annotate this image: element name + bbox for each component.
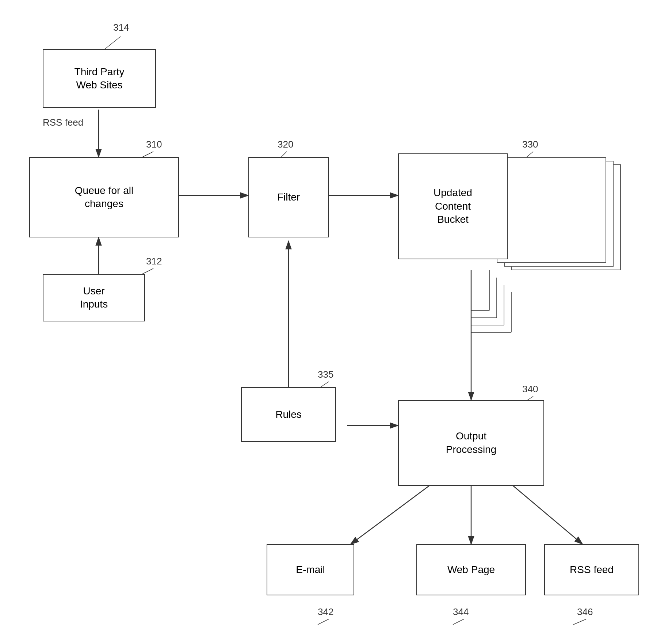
updated-content-label: Updated Content Bucket	[434, 186, 472, 226]
updated-content-box: Updated Content Bucket	[398, 153, 508, 259]
email-box: E-mail	[267, 544, 354, 595]
svg-line-10	[513, 486, 583, 544]
output-processing-box: Output Processing	[398, 400, 544, 486]
svg-line-27	[453, 619, 464, 625]
ref-335: 335	[318, 369, 333, 380]
ref-342: 342	[318, 606, 333, 618]
svg-line-19	[102, 37, 121, 51]
web-page-label: Web Page	[447, 563, 495, 576]
ref-320: 320	[278, 139, 293, 150]
ref-344: 344	[453, 606, 469, 618]
queue-box: Queue for all changes	[29, 157, 179, 237]
ref-312: 312	[146, 256, 162, 267]
rss-feed-in-label: RSS feed	[43, 117, 83, 128]
web-page-box: Web Page	[416, 544, 526, 595]
ref-310: 310	[146, 139, 162, 150]
third-party-label: Third Party Web Sites	[75, 65, 125, 92]
ref-330: 330	[522, 139, 538, 150]
svg-line-8	[351, 486, 429, 544]
rules-label: Rules	[275, 408, 302, 421]
user-inputs-label: User Inputs	[80, 285, 108, 311]
diagram-container: 314 Third Party Web Sites RSS feed 310 Q…	[0, 0, 672, 637]
rss-feed-out-label: RSS feed	[570, 563, 614, 576]
filter-label: Filter	[277, 191, 300, 204]
ref-346: 346	[577, 606, 593, 618]
rss-feed-out-box: RSS feed	[544, 544, 639, 595]
third-party-box: Third Party Web Sites	[43, 49, 156, 108]
svg-line-26	[318, 619, 329, 625]
output-processing-label: Output Processing	[446, 430, 497, 456]
email-label: E-mail	[296, 563, 325, 576]
ref-340: 340	[522, 384, 538, 395]
ref-314: 314	[113, 22, 129, 33]
content-bucket-stack-2	[497, 157, 606, 263]
filter-box: Filter	[248, 157, 329, 237]
user-inputs-box: User Inputs	[43, 274, 145, 321]
svg-line-28	[573, 619, 586, 625]
queue-label: Queue for all changes	[75, 184, 133, 211]
rules-box: Rules	[241, 387, 336, 442]
